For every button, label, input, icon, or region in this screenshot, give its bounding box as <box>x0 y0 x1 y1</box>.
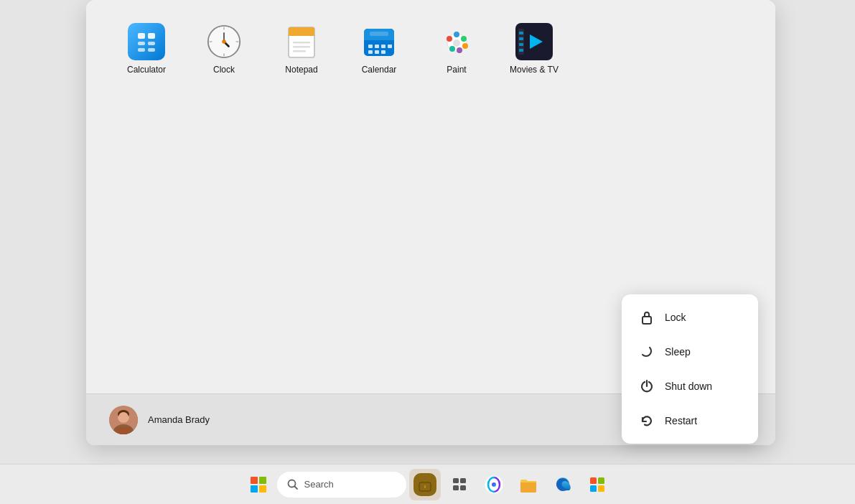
sleep-button[interactable]: Sleep <box>625 335 755 369</box>
taskbar: Search <box>0 464 855 504</box>
svg-rect-2 <box>148 33 155 39</box>
file-explorer-button[interactable] <box>513 469 544 500</box>
task-view-button[interactable] <box>444 469 475 500</box>
svg-rect-61 <box>460 478 466 483</box>
windows-logo-icon <box>251 477 266 493</box>
apps-grid: Calculator <box>115 17 747 82</box>
lock-icon <box>639 310 655 325</box>
svg-rect-54 <box>643 317 651 324</box>
svg-rect-68 <box>590 477 597 484</box>
svg-point-37 <box>462 43 468 49</box>
svg-rect-28 <box>388 45 392 48</box>
svg-rect-45 <box>519 37 523 40</box>
svg-rect-32 <box>370 32 388 36</box>
sleep-icon <box>639 345 655 359</box>
svg-point-11 <box>222 39 226 44</box>
svg-rect-3 <box>138 42 145 45</box>
movies-label: Movies & TV <box>510 65 559 76</box>
lock-label: Lock <box>665 312 686 323</box>
store-icon <box>588 475 607 494</box>
calendar-icon <box>360 23 398 60</box>
paint-icon <box>438 23 475 60</box>
user-profile[interactable]: Amanda Brady <box>109 406 210 434</box>
app-calculator[interactable]: Calculator <box>115 17 178 82</box>
svg-rect-21 <box>293 50 306 52</box>
power-menu: Lock Sleep Shut down Restart <box>622 294 758 444</box>
copilot-button[interactable] <box>478 469 510 500</box>
user-avatar <box>109 406 138 434</box>
svg-point-65 <box>492 482 496 487</box>
restart-button[interactable]: Restart <box>625 403 755 438</box>
svg-rect-70 <box>590 485 597 492</box>
svg-rect-69 <box>598 477 604 484</box>
movies-icon <box>515 23 553 60</box>
svg-rect-24 <box>364 36 394 40</box>
app-paint[interactable]: Paint <box>425 17 488 82</box>
svg-point-36 <box>461 36 467 42</box>
svg-line-56 <box>294 486 297 489</box>
calendar-label: Calendar <box>362 65 397 76</box>
svg-rect-67 <box>520 482 536 493</box>
svg-rect-63 <box>460 485 466 490</box>
file-explorer-icon <box>519 475 538 494</box>
svg-point-39 <box>449 46 455 52</box>
clock-icon <box>205 23 243 60</box>
notepad-label: Notepad <box>285 65 317 76</box>
svg-rect-20 <box>293 46 310 48</box>
svg-point-52 <box>118 412 129 422</box>
svg-rect-46 <box>519 43 523 46</box>
svg-point-35 <box>454 32 459 37</box>
copilot-icon <box>484 475 504 495</box>
svg-rect-19 <box>293 42 310 44</box>
store-button[interactable] <box>581 469 613 500</box>
svg-rect-29 <box>368 50 373 54</box>
lock-button[interactable]: Lock <box>625 300 755 335</box>
svg-rect-31 <box>381 50 386 54</box>
sleep-label: Sleep <box>665 346 691 358</box>
svg-rect-25 <box>368 45 373 48</box>
start-button[interactable] <box>243 469 274 500</box>
svg-rect-5 <box>138 48 145 52</box>
edge-browser-button[interactable] <box>547 469 579 500</box>
clock-label: Clock <box>213 65 235 76</box>
paint-label: Paint <box>447 65 466 76</box>
svg-point-34 <box>447 36 452 42</box>
svg-rect-27 <box>381 45 386 48</box>
svg-rect-47 <box>519 49 523 52</box>
svg-rect-53 <box>116 427 131 434</box>
app-calendar[interactable]: Calendar <box>347 17 411 82</box>
search-bar[interactable]: Search <box>277 472 406 498</box>
svg-point-40 <box>453 39 460 47</box>
calculator-icon <box>128 23 165 60</box>
svg-rect-6 <box>148 48 155 52</box>
user-name: Amanda Brady <box>148 414 210 425</box>
app-clock[interactable]: Clock <box>192 17 256 82</box>
svg-rect-1 <box>138 33 145 39</box>
svg-rect-60 <box>453 478 459 483</box>
briefcase-icon <box>414 473 436 496</box>
app-movies[interactable]: Movies & TV <box>503 17 566 82</box>
restart-label: Restart <box>665 415 697 426</box>
task-view-icon <box>452 477 467 493</box>
shutdown-button[interactable]: Shut down <box>625 369 755 403</box>
search-icon <box>287 479 299 490</box>
work-app-button[interactable] <box>409 469 441 500</box>
search-text: Search <box>304 479 334 490</box>
shutdown-icon <box>639 379 655 393</box>
svg-rect-18 <box>289 32 314 36</box>
svg-rect-62 <box>453 485 459 490</box>
svg-rect-26 <box>375 45 379 48</box>
calculator-label: Calculator <box>127 65 166 76</box>
svg-rect-30 <box>375 50 379 54</box>
svg-rect-71 <box>598 485 604 492</box>
svg-point-38 <box>457 47 462 53</box>
svg-rect-4 <box>148 42 155 45</box>
app-notepad[interactable]: Notepad <box>270 17 333 82</box>
restart-icon <box>639 414 655 428</box>
edge-icon <box>553 475 572 494</box>
svg-rect-44 <box>519 32 523 34</box>
shutdown-label: Shut down <box>665 381 712 392</box>
svg-rect-0 <box>128 23 165 60</box>
notepad-icon <box>283 23 320 60</box>
